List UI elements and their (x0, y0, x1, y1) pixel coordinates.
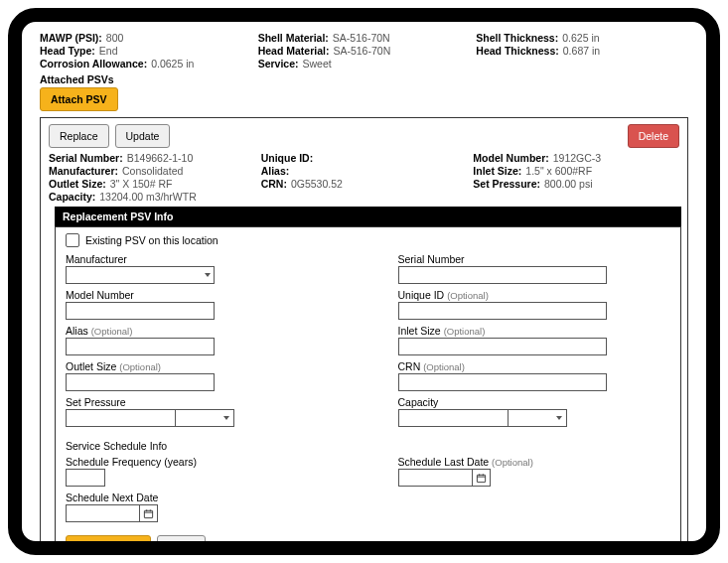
psv-outlet-value: 3" X 150# RF (110, 178, 173, 190)
outlet-size-input[interactable] (66, 373, 215, 391)
psv-unique-label: Unique ID: (261, 152, 314, 164)
psv-inlet-label: Inlet Size: (473, 165, 521, 177)
replace-psv-button[interactable]: Replace PSV (66, 535, 151, 541)
head-material-label: Head Material: (258, 45, 330, 57)
fld-last-label: Schedule Last Date (398, 456, 490, 468)
svg-rect-0 (144, 510, 152, 517)
psv-crn-value: 0G5530.52 (291, 178, 343, 190)
replace-button[interactable]: Replace (49, 124, 109, 148)
capacity-unit-select[interactable] (508, 409, 567, 427)
replacement-form: Existing PSV on this location Manufactur… (55, 226, 681, 541)
fld-crn-label: CRN (398, 360, 421, 372)
fld-manufacturer-label: Manufacturer (66, 253, 339, 265)
fld-unique-label: Unique ID (398, 289, 445, 301)
psv-setp-value: 800.00 psi (544, 178, 592, 190)
fld-next-label: Schedule Next Date (66, 492, 339, 503)
psv-crn-label: CRN: (261, 178, 287, 190)
vessel-properties: MAWP (PSI):800 Shell Material:SA-516-70N… (40, 32, 688, 70)
calendar-icon[interactable] (473, 469, 491, 487)
mawp-label: MAWP (PSI): (40, 32, 102, 44)
shell-material-label: Shell Material: (258, 32, 329, 44)
service-schedule-header: Service Schedule Info (66, 440, 670, 452)
inlet-size-input[interactable] (398, 338, 607, 355)
psv-manufacturer-value: Consolidated (122, 165, 183, 177)
existing-psv-checkbox[interactable] (66, 233, 79, 247)
shell-material-value: SA-516-70N (333, 32, 390, 44)
replacement-header: Replacement PSV Info (55, 207, 681, 226)
psv-model-label: Model Number: (473, 152, 548, 164)
attached-psvs-header: Attached PSVs (40, 73, 688, 85)
schedule-next-date-input[interactable] (66, 504, 140, 522)
psv-manufacturer-label: Manufacturer: (49, 165, 118, 177)
psv-setp-label: Set Pressure: (473, 178, 540, 190)
head-thickness-value: 0.687 in (563, 45, 600, 57)
psv-properties: Serial Number:B149662-1-10 Unique ID: Mo… (49, 152, 679, 203)
psv-alias-label: Alias: (261, 165, 290, 177)
fld-outlet-optional: (Optional) (119, 361, 161, 372)
fld-unique-optional: (Optional) (447, 290, 489, 301)
fld-crn-optional: (Optional) (423, 361, 465, 372)
psv-inlet-value: 1.5" x 600#RF (525, 165, 592, 177)
psv-capacity-value: 13204.00 m3/hrWTR (99, 191, 196, 203)
unique-id-input[interactable] (398, 302, 607, 320)
service-value: Sweet (303, 58, 332, 70)
fld-alias-label: Alias (66, 325, 88, 337)
fld-setpressure-label: Set Pressure (66, 396, 339, 408)
delete-button[interactable]: Delete (628, 124, 679, 148)
shell-thickness-label: Shell Thickness: (476, 32, 558, 44)
psv-outlet-label: Outlet Size: (49, 178, 106, 190)
tablet-frame: MAWP (PSI):800 Shell Material:SA-516-70N… (8, 8, 720, 555)
corrosion-label: Corrosion Allowance: (40, 58, 147, 70)
psv-capacity-label: Capacity: (49, 191, 95, 203)
existing-psv-label: Existing PSV on this location (85, 234, 218, 246)
fld-inlet-label: Inlet Size (398, 325, 441, 337)
schedule-frequency-input[interactable] (66, 469, 105, 487)
mawp-value: 800 (106, 32, 124, 44)
calendar-icon[interactable] (140, 504, 158, 522)
fld-alias-optional: (Optional) (91, 326, 133, 337)
update-button[interactable]: Update (115, 124, 171, 148)
service-label: Service: (258, 58, 299, 70)
corrosion-value: 0.0625 in (151, 58, 194, 70)
head-material-value: SA-516-70N (333, 45, 390, 57)
close-button[interactable]: Close (157, 535, 206, 541)
set-pressure-unit-select[interactable] (175, 409, 234, 427)
fld-inlet-optional: (Optional) (444, 326, 486, 337)
manufacturer-select[interactable] (66, 266, 215, 284)
fld-model-label: Model Number (66, 289, 339, 301)
fld-serial-label: Serial Number (398, 253, 671, 265)
fld-outlet-label: Outlet Size (66, 360, 116, 372)
schedule-last-date-input[interactable] (398, 469, 473, 487)
model-number-input[interactable] (66, 302, 215, 320)
svg-rect-1 (477, 475, 485, 482)
psv-serial-value: B149662-1-10 (127, 152, 194, 164)
attach-psv-button[interactable]: Attach PSV (40, 87, 118, 111)
shell-thickness-value: 0.625 in (562, 32, 599, 44)
capacity-input[interactable] (398, 409, 508, 427)
head-type-label: Head Type: (40, 45, 95, 57)
psv-card: Replace Update Delete Serial Number:B149… (40, 117, 688, 541)
psv-model-value: 1912GC-3 (553, 152, 601, 164)
app-screen: MAWP (PSI):800 Shell Material:SA-516-70N… (22, 22, 706, 541)
psv-serial-label: Serial Number: (49, 152, 123, 164)
fld-capacity-label: Capacity (398, 396, 671, 408)
fld-freq-label: Schedule Frequency (years) (66, 456, 339, 468)
head-thickness-label: Head Thickness: (476, 45, 558, 57)
set-pressure-input[interactable] (66, 409, 175, 427)
alias-input[interactable] (66, 338, 215, 355)
fld-last-optional: (Optional) (492, 457, 533, 468)
head-type-value: End (99, 45, 118, 57)
serial-number-input[interactable] (398, 266, 607, 284)
crn-input[interactable] (398, 373, 607, 391)
